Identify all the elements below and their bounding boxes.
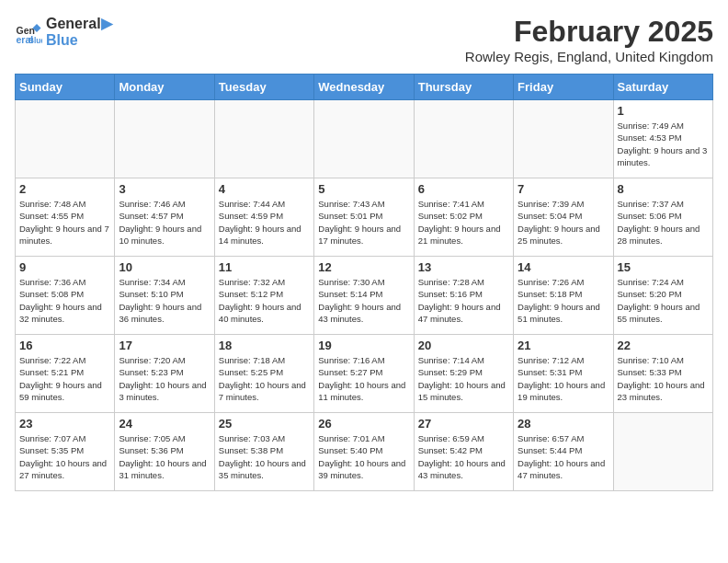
day-info: Sunrise: 7:14 AM Sunset: 5:29 PM Dayligh… — [418, 354, 509, 403]
day-number: 9 — [19, 260, 110, 274]
calendar-cell: 4Sunrise: 7:44 AM Sunset: 4:59 PM Daylig… — [214, 178, 313, 257]
day-number: 26 — [318, 417, 409, 431]
svg-text:Blue: Blue — [28, 37, 42, 45]
calendar-cell: 7Sunrise: 7:39 AM Sunset: 5:04 PM Daylig… — [514, 178, 613, 257]
calendar-cell: 16Sunrise: 7:22 AM Sunset: 5:21 PM Dayli… — [16, 335, 115, 413]
day-number: 12 — [318, 260, 409, 274]
calendar-cell: 17Sunrise: 7:20 AM Sunset: 5:23 PM Dayli… — [115, 335, 214, 413]
day-info: Sunrise: 7:36 AM Sunset: 5:08 PM Dayligh… — [19, 276, 110, 325]
day-info: Sunrise: 7:30 AM Sunset: 5:14 PM Dayligh… — [318, 276, 409, 325]
day-info: Sunrise: 7:37 AM Sunset: 5:06 PM Dayligh… — [618, 198, 709, 247]
day-number: 21 — [518, 339, 609, 352]
calendar-cell: 8Sunrise: 7:37 AM Sunset: 5:06 PM Daylig… — [613, 178, 712, 257]
day-info: Sunrise: 7:18 AM Sunset: 5:25 PM Dayligh… — [219, 354, 310, 403]
day-info: Sunrise: 7:41 AM Sunset: 5:02 PM Dayligh… — [418, 198, 509, 247]
day-info: Sunrise: 7:10 AM Sunset: 5:33 PM Dayligh… — [618, 354, 709, 403]
calendar-cell: 27Sunrise: 6:59 AM Sunset: 5:42 PM Dayli… — [414, 413, 513, 491]
calendar-cell: 18Sunrise: 7:18 AM Sunset: 5:25 PM Dayli… — [214, 335, 313, 413]
week-row-1: 2Sunrise: 7:48 AM Sunset: 4:55 PM Daylig… — [16, 178, 713, 257]
calendar-cell: 5Sunrise: 7:43 AM Sunset: 5:01 PM Daylig… — [314, 178, 414, 257]
day-info: Sunrise: 7:49 AM Sunset: 4:53 PM Dayligh… — [618, 120, 709, 168]
calendar-cell: 9Sunrise: 7:36 AM Sunset: 5:08 PM Daylig… — [16, 257, 115, 335]
logo-general: General▶ — [46, 15, 112, 32]
day-info: Sunrise: 7:48 AM Sunset: 4:55 PM Dayligh… — [19, 198, 110, 247]
logo: Gen eral Blue General▶ Blue — [15, 15, 112, 49]
day-number: 8 — [618, 182, 709, 196]
day-number: 5 — [318, 182, 409, 196]
day-number: 3 — [119, 182, 210, 196]
day-number: 24 — [119, 417, 210, 431]
day-info: Sunrise: 7:01 AM Sunset: 5:40 PM Dayligh… — [318, 432, 409, 481]
header-sunday: Sunday — [16, 75, 115, 100]
title-block: February 2025 Rowley Regis, England, Uni… — [465, 15, 713, 64]
day-number: 27 — [418, 417, 509, 431]
day-info: Sunrise: 7:24 AM Sunset: 5:20 PM Dayligh… — [618, 276, 709, 325]
day-number: 14 — [518, 260, 609, 274]
calendar-cell: 1Sunrise: 7:49 AM Sunset: 4:53 PM Daylig… — [613, 100, 712, 178]
header-tuesday: Tuesday — [214, 75, 313, 100]
calendar-cell: 14Sunrise: 7:26 AM Sunset: 5:18 PM Dayli… — [514, 257, 613, 335]
calendar-cell: 20Sunrise: 7:14 AM Sunset: 5:29 PM Dayli… — [414, 335, 513, 413]
calendar-cell — [514, 100, 613, 178]
day-number: 20 — [418, 339, 509, 352]
day-info: Sunrise: 7:22 AM Sunset: 5:21 PM Dayligh… — [19, 354, 110, 403]
day-number: 18 — [219, 339, 310, 352]
day-number: 15 — [618, 260, 709, 274]
week-row-0: 1Sunrise: 7:49 AM Sunset: 4:53 PM Daylig… — [16, 100, 713, 178]
day-info: Sunrise: 7:05 AM Sunset: 5:36 PM Dayligh… — [119, 432, 210, 481]
calendar-cell: 10Sunrise: 7:34 AM Sunset: 5:10 PM Dayli… — [115, 257, 214, 335]
day-info: Sunrise: 7:46 AM Sunset: 4:57 PM Dayligh… — [119, 198, 210, 247]
day-info: Sunrise: 7:12 AM Sunset: 5:31 PM Dayligh… — [518, 354, 609, 403]
calendar-cell: 24Sunrise: 7:05 AM Sunset: 5:36 PM Dayli… — [115, 413, 214, 491]
calendar-cell: 6Sunrise: 7:41 AM Sunset: 5:02 PM Daylig… — [414, 178, 513, 257]
calendar-cell — [314, 100, 414, 178]
day-info: Sunrise: 7:34 AM Sunset: 5:10 PM Dayligh… — [119, 276, 210, 325]
calendar-cell — [613, 413, 712, 491]
page-header: Gen eral Blue General▶ Blue February 202… — [15, 15, 713, 64]
week-row-3: 16Sunrise: 7:22 AM Sunset: 5:21 PM Dayli… — [16, 335, 713, 413]
calendar-cell — [115, 100, 214, 178]
day-info: Sunrise: 6:57 AM Sunset: 5:44 PM Dayligh… — [518, 432, 609, 481]
day-number: 1 — [618, 104, 709, 118]
location: Rowley Regis, England, United Kingdom — [465, 49, 713, 64]
calendar-cell: 12Sunrise: 7:30 AM Sunset: 5:14 PM Dayli… — [314, 257, 414, 335]
day-info: Sunrise: 7:03 AM Sunset: 5:38 PM Dayligh… — [219, 432, 310, 481]
calendar-cell — [16, 100, 115, 178]
day-number: 17 — [119, 339, 210, 352]
calendar-cell: 2Sunrise: 7:48 AM Sunset: 4:55 PM Daylig… — [16, 178, 115, 257]
day-number: 22 — [618, 339, 709, 352]
day-info: Sunrise: 7:20 AM Sunset: 5:23 PM Dayligh… — [119, 354, 210, 403]
day-number: 16 — [19, 339, 110, 352]
calendar-cell: 11Sunrise: 7:32 AM Sunset: 5:12 PM Dayli… — [214, 257, 313, 335]
day-info: Sunrise: 7:32 AM Sunset: 5:12 PM Dayligh… — [219, 276, 310, 325]
day-info: Sunrise: 7:28 AM Sunset: 5:16 PM Dayligh… — [418, 276, 509, 325]
day-info: Sunrise: 7:07 AM Sunset: 5:35 PM Dayligh… — [19, 432, 110, 481]
calendar-cell — [214, 100, 313, 178]
calendar-cell: 3Sunrise: 7:46 AM Sunset: 4:57 PM Daylig… — [115, 178, 214, 257]
calendar-cell: 19Sunrise: 7:16 AM Sunset: 5:27 PM Dayli… — [314, 335, 414, 413]
day-info: Sunrise: 7:16 AM Sunset: 5:27 PM Dayligh… — [318, 354, 409, 403]
day-info: Sunrise: 7:43 AM Sunset: 5:01 PM Dayligh… — [318, 198, 409, 247]
calendar-cell: 13Sunrise: 7:28 AM Sunset: 5:16 PM Dayli… — [414, 257, 513, 335]
day-number: 23 — [19, 417, 110, 431]
calendar-cell — [414, 100, 513, 178]
day-number: 11 — [219, 260, 310, 274]
calendar-cell: 23Sunrise: 7:07 AM Sunset: 5:35 PM Dayli… — [16, 413, 115, 491]
day-number: 7 — [518, 182, 609, 196]
day-info: Sunrise: 7:39 AM Sunset: 5:04 PM Dayligh… — [518, 198, 609, 247]
header-monday: Monday — [115, 75, 214, 100]
header-saturday: Saturday — [613, 75, 712, 100]
logo-blue: Blue — [46, 32, 112, 49]
calendar: SundayMondayTuesdayWednesdayThursdayFrid… — [15, 74, 713, 491]
calendar-cell: 21Sunrise: 7:12 AM Sunset: 5:31 PM Dayli… — [514, 335, 613, 413]
week-row-4: 23Sunrise: 7:07 AM Sunset: 5:35 PM Dayli… — [16, 413, 713, 491]
header-thursday: Thursday — [414, 75, 513, 100]
day-number: 2 — [19, 182, 110, 196]
day-number: 25 — [219, 417, 310, 431]
calendar-cell: 22Sunrise: 7:10 AM Sunset: 5:33 PM Dayli… — [613, 335, 712, 413]
calendar-cell: 26Sunrise: 7:01 AM Sunset: 5:40 PM Dayli… — [314, 413, 414, 491]
day-info: Sunrise: 7:26 AM Sunset: 5:18 PM Dayligh… — [518, 276, 609, 325]
day-number: 28 — [518, 417, 609, 431]
header-wednesday: Wednesday — [314, 75, 414, 100]
week-row-2: 9Sunrise: 7:36 AM Sunset: 5:08 PM Daylig… — [16, 257, 713, 335]
